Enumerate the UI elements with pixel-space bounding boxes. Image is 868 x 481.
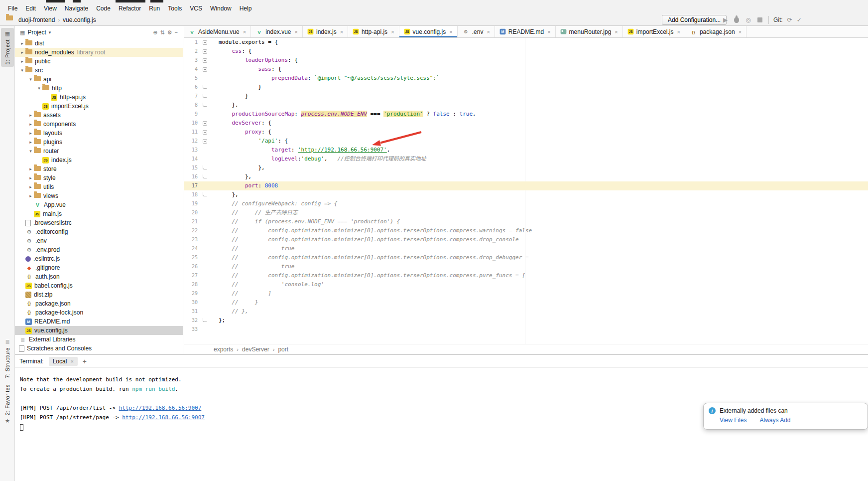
tree-item-app-vue[interactable]: VApp.vue [15, 200, 183, 209]
tree-item-scratches-and-consoles[interactable]: Scratches and Consoles [15, 344, 183, 353]
tree-item-readme-md[interactable]: MREADME.md [15, 317, 183, 326]
tab-http-api-js[interactable]: JShttp-api.js× [348, 26, 399, 37]
tree-item-store[interactable]: ▸store [15, 164, 183, 173]
tree-item-index-js[interactable]: JSindex.js [15, 156, 183, 164]
menu-item-vcs[interactable]: VCS [186, 3, 206, 14]
code-text[interactable]: // true [211, 262, 294, 271]
tree-item-external-libraries[interactable]: ≣External Libraries [15, 335, 183, 344]
tab-index-vue[interactable]: Vindex.vue× [251, 26, 303, 37]
breadcrumb-project[interactable]: duoji-frontend [18, 16, 55, 23]
tree-item-auth-json[interactable]: {}auth.json [15, 272, 183, 281]
fold-collapse-icon[interactable] [203, 40, 207, 45]
menu-item-tools[interactable]: Tools [164, 3, 186, 14]
tab-index-js[interactable]: JSindex.js× [303, 26, 348, 37]
code-text[interactable]: // }, [211, 307, 248, 316]
tree-item-gitignore[interactable]: ◆.gitignore [15, 263, 183, 272]
close-icon[interactable]: × [547, 29, 550, 35]
new-terminal-session-button[interactable]: + [83, 357, 87, 365]
chevron-down-icon[interactable]: ▾ [36, 86, 42, 91]
breadcrumb-port[interactable]: port [278, 346, 288, 353]
tree-item-src[interactable]: ▾src [15, 66, 183, 75]
code-text[interactable]: // 'console.log' [211, 280, 324, 289]
tab-package-json[interactable]: {}package.json× [685, 26, 746, 37]
tab-menurouter-jpg[interactable]: menuRouter.jpg× [556, 26, 623, 37]
tree-item-package-lock-json[interactable]: {}package-lock.json [15, 308, 183, 317]
code-text[interactable]: module.exports = { [211, 38, 278, 47]
notification-action-always-add[interactable]: Always Add [759, 417, 790, 424]
tree-item-editorconfig[interactable]: ⚙.editorconfig [15, 227, 183, 236]
tree-item-env[interactable]: ⚙.env [15, 236, 183, 245]
chevron-right-icon[interactable]: ▸ [27, 166, 34, 171]
code-editor[interactable]: 1module.exports = {2 css: {3 loaderOptio… [184, 38, 868, 344]
fold-collapse-icon[interactable] [203, 139, 207, 144]
git-commit-icon[interactable]: ✓ [797, 17, 802, 23]
chevron-down-icon[interactable]: ▾ [27, 149, 34, 154]
tree-item-components[interactable]: ▸components [15, 120, 183, 129]
tree-item-dist[interactable]: ▸dist [15, 39, 183, 48]
tab-importexcel-js[interactable]: JSimportExcel.js× [623, 26, 685, 37]
project-panel-title[interactable]: Project [27, 29, 46, 36]
code-text[interactable]: sass: { [211, 65, 281, 74]
close-icon[interactable]: × [615, 29, 618, 35]
breadcrumb-file[interactable]: vue.config.js [63, 16, 96, 23]
run-play-icon[interactable]: ▶ [723, 17, 728, 23]
menu-item-view[interactable]: View [40, 3, 61, 14]
tree-item-importexcel-js[interactable]: JSimportExcel.js [15, 102, 183, 111]
breadcrumb-devserver[interactable]: devServer [242, 346, 269, 353]
fold-collapse-icon[interactable] [203, 49, 207, 54]
tree-item-plugins[interactable]: ▸plugins [15, 138, 183, 147]
debug-bug-icon[interactable] [734, 17, 739, 23]
code-text[interactable]: // configureWebpack: config => { [211, 199, 337, 208]
tree-item-http[interactable]: ▾http [15, 84, 183, 93]
chevron-right-icon[interactable]: ▸ [27, 113, 34, 118]
tab-readme-md[interactable]: MREADME.md× [495, 26, 556, 37]
terminal-link[interactable]: http://192.168.66.56:9007 [119, 405, 202, 411]
menu-item-edit[interactable]: Edit [21, 3, 40, 14]
terminal-cursor[interactable] [20, 424, 23, 431]
chevron-right-icon[interactable]: ▸ [27, 122, 34, 127]
code-text[interactable]: prependData: `@import "~@/assets/scss/st… [211, 74, 440, 83]
close-icon[interactable]: × [449, 29, 452, 35]
expand-collapse-icon[interactable]: ⇅ [160, 29, 164, 36]
chevron-right-icon[interactable]: ▸ [27, 193, 34, 198]
code-text[interactable]: css: { [211, 47, 251, 56]
tree-item-env-prod[interactable]: ⚙.env.prod [15, 245, 183, 254]
chevron-right-icon[interactable]: ▸ [19, 41, 25, 46]
structure-tool-button[interactable]: ≣ 7: Structure [1, 336, 14, 381]
tree-item-http-api-js[interactable]: JShttp-api.js [15, 93, 183, 102]
tree-item-package-json[interactable]: {}package.json [15, 299, 183, 308]
project-tool-button[interactable]: ▦ 1: Project [1, 28, 14, 67]
chevron-right-icon[interactable]: ▸ [19, 50, 25, 55]
tree-item-node-modules[interactable]: ▸node_moduleslibrary root [15, 48, 183, 57]
tree-item-vue-config-js[interactable]: JSvue.config.js [15, 326, 183, 335]
code-text[interactable]: }, [211, 172, 251, 181]
tree-item-utils[interactable]: ▸utils [15, 182, 183, 191]
tab-asidemenu-vue[interactable]: VAsideMenu.vue× [184, 26, 251, 37]
code-text[interactable]: }; [211, 316, 225, 325]
coverage-icon[interactable]: ◎ [745, 17, 750, 23]
menu-item-window[interactable]: Window [206, 3, 236, 14]
tree-item-layouts[interactable]: ▸layouts [15, 129, 183, 138]
code-text[interactable]: }, [211, 190, 239, 199]
code-text[interactable]: port: 8008 [211, 181, 278, 190]
chevron-right-icon[interactable]: ▸ [27, 184, 34, 189]
menu-item-code[interactable]: Code [92, 3, 115, 14]
tab-vue-config-js[interactable]: JSvue.config.js× [399, 26, 458, 37]
code-text[interactable]: }, [211, 163, 265, 172]
code-text[interactable]: } [211, 83, 261, 92]
tree-item-api[interactable]: ▾api [15, 75, 183, 84]
notification-action-view-files[interactable]: View Files [720, 417, 746, 424]
chevron-down-icon[interactable]: ▾ [19, 68, 25, 73]
menu-item-help[interactable]: Help [236, 3, 256, 14]
breadcrumb-exports[interactable]: exports [214, 346, 233, 353]
code-text[interactable]: // config.optimization.minimizer[0].opti… [211, 235, 525, 244]
close-icon[interactable]: × [70, 358, 73, 364]
code-text[interactable]: productionSourceMap: process.env.NODE_EN… [211, 110, 476, 119]
tree-item-main-js[interactable]: JSmain.js [15, 209, 183, 218]
git-update-icon[interactable]: ⟳ [787, 17, 792, 23]
terminal-link[interactable]: http://192.168.66.56:9007 [122, 414, 205, 421]
hide-panel-icon[interactable]: − [175, 29, 178, 35]
chevron-right-icon[interactable]: ▸ [27, 175, 34, 180]
code-text[interactable] [211, 325, 219, 334]
terminal-label[interactable]: Terminal: [19, 358, 44, 365]
